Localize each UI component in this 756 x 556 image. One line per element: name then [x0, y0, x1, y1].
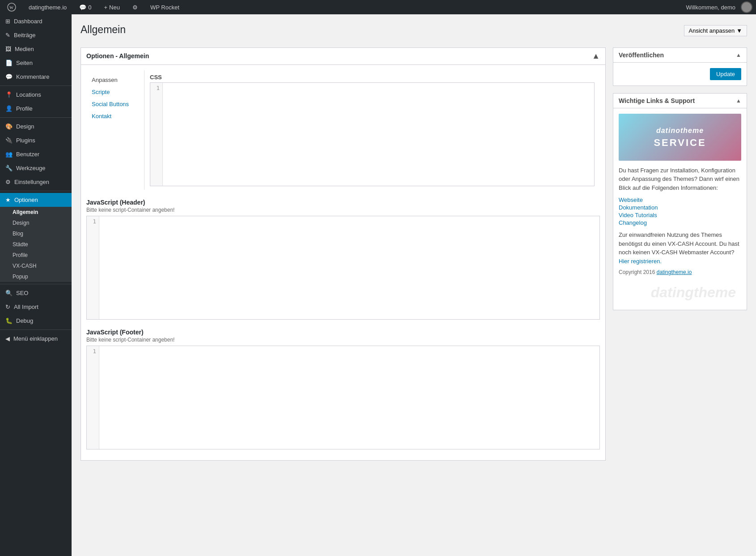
options-nav: Anpassen Scripte Social Buttons Kontakt: [86, 70, 144, 190]
links-header[interactable]: Wichtige Links & Support ▲: [613, 94, 747, 108]
links-support-box: Wichtige Links & Support ▲ datinotheme S…: [613, 93, 747, 311]
adminbar-avatar: [741, 1, 752, 13]
sidebar-item-debug[interactable]: 🐛 Debug: [0, 314, 72, 328]
nav-social-buttons[interactable]: Social Buttons: [86, 98, 144, 110]
sidebar-item-einstellungen[interactable]: ⚙ Einstellungen: [0, 175, 72, 189]
link-webseite[interactable]: Webseite: [619, 197, 741, 203]
adminbar-comments[interactable]: 💬 0: [76, 0, 95, 14]
links-toggle[interactable]: ▲: [736, 98, 741, 104]
update-button[interactable]: Update: [710, 68, 741, 80]
comment-icon: 💬: [5, 73, 13, 80]
link-changelog[interactable]: Changelog: [619, 219, 741, 226]
chevron-up-icon: ▲: [592, 51, 600, 60]
sidebar-item-optionen[interactable]: ★ Optionen: [0, 193, 72, 207]
anpassen-label: Anpassen: [86, 74, 144, 86]
paint-icon: 🎨: [5, 123, 13, 130]
person-icon: 👤: [5, 105, 13, 112]
sidebar-item-locations[interactable]: 📍 Locations: [0, 88, 72, 102]
sidebar-item-benutzer[interactable]: 👥 Benutzer: [0, 147, 72, 161]
optionen-allgemein-box: Optionen - Allgemein ▲ Anpassen Scripte …: [81, 47, 606, 461]
sidebar-item-werkzeuge[interactable]: 🔧 Werkzeuge: [0, 161, 72, 175]
adminbar-wp-rocket[interactable]: WP Rocket: [147, 0, 183, 14]
page-title: Allgemein: [81, 23, 126, 37]
publish-header[interactable]: Veröffentlichen ▲: [613, 48, 747, 63]
js-footer-section: JavaScript (Footer) Bitte keine script-C…: [86, 329, 600, 449]
sidebar-item-dashboard[interactable]: ⊞ Dashboard: [0, 14, 72, 28]
wrench-icon: 🔧: [5, 165, 13, 171]
adminbar-wp-icon[interactable]: ⚙: [129, 0, 141, 14]
publish-box: Veröffentlichen ▲ Update: [613, 47, 747, 86]
js-header-editor[interactable]: 1: [86, 216, 600, 320]
admin-sidebar: ⊞ Dashboard ✎ Beiträge 🖼 Medien 📄 Seiten…: [0, 14, 72, 556]
star-icon: ★: [5, 197, 11, 203]
submenu-allgemein[interactable]: Allgemein: [0, 207, 72, 218]
adminbar-neu[interactable]: + Neu: [101, 0, 123, 14]
link-video-tutorials[interactable]: Video Tutorials: [619, 212, 741, 218]
chevron-down-icon: ▼: [736, 27, 742, 34]
adminbar-welcome: Willkommen, demo: [682, 4, 739, 11]
publish-title: Veröffentlichen: [619, 51, 664, 59]
js-header-section: JavaScript (Header) Bitte keine script-C…: [86, 199, 600, 320]
links-list: Webseite Dokumentation Video Tutorials C…: [619, 197, 741, 226]
css-line-numbers: 1: [150, 83, 163, 186]
svg-text:W: W: [9, 5, 13, 10]
js-header-textarea[interactable]: [99, 216, 599, 319]
submenu-vx-cash[interactable]: VX-CASH: [0, 261, 72, 271]
sidebar-item-design[interactable]: 🎨 Design: [0, 120, 72, 133]
sidebar-item-beitraege[interactable]: ✎ Beiträge: [0, 28, 72, 42]
main-content: Allgemein Ansicht anpassen ▼ Optionen - …: [72, 14, 756, 556]
sidebar-item-collapse[interactable]: ◀ Menü einklappen: [0, 332, 72, 346]
service-banner: datinotheme SERVICE: [619, 114, 741, 161]
ansicht-anpassen-button[interactable]: Ansicht anpassen ▼: [684, 25, 748, 36]
sidebar-item-all-import[interactable]: ↻ All Import: [0, 300, 72, 314]
pin-icon: 📍: [5, 91, 13, 98]
main-col-left: Optionen - Allgemein ▲ Anpassen Scripte …: [81, 47, 606, 468]
adminbar-site-name[interactable]: datingtheme.io: [25, 0, 70, 14]
seo-icon: 🔍: [5, 290, 13, 296]
optionen-allgemein-toggle[interactable]: ▲: [592, 51, 600, 61]
links-copyright: Copyright 2016 datingtheme.io: [619, 269, 741, 275]
link-dokumentation[interactable]: Dokumentation: [619, 204, 741, 211]
publish-body: Update: [613, 63, 747, 86]
link-datingtheme-copyright[interactable]: datingtheme.io: [657, 269, 692, 275]
sidebar-item-medien[interactable]: 🖼 Medien: [0, 42, 72, 56]
puzzle-icon: 🔌: [5, 137, 13, 144]
publish-toggle[interactable]: ▲: [736, 52, 741, 58]
sidebar-item-kommentare[interactable]: 💬 Kommentare: [0, 70, 72, 84]
link-hier-registrieren[interactable]: Hier registrieren.: [619, 258, 662, 265]
settings-icon: ⚙: [5, 179, 11, 185]
js-header-line-numbers: 1: [87, 216, 99, 319]
sidebar-item-plugins[interactable]: 🔌 Plugins: [0, 133, 72, 147]
js-header-title: JavaScript (Header): [86, 199, 600, 206]
css-editor[interactable]: 1: [150, 82, 595, 186]
image-icon: 🖼: [5, 46, 11, 52]
nav-scripte[interactable]: Scripte: [86, 86, 144, 98]
submenu-blog[interactable]: Blog: [0, 228, 72, 239]
sidebar-item-seiten[interactable]: 📄 Seiten: [0, 56, 72, 70]
admin-bar: W datingtheme.io 💬 0 + Neu ⚙ WP Rocket W…: [0, 0, 756, 14]
submenu-popup[interactable]: Popup: [0, 271, 72, 282]
nav-kontakt[interactable]: Kontakt: [86, 110, 144, 122]
watermark: datingtheme: [619, 275, 741, 304]
js-footer-textarea[interactable]: [99, 346, 599, 449]
sidebar-item-profile[interactable]: 👤 Profile: [0, 102, 72, 115]
js-header-desc: Bitte keine script-Container angeben!: [86, 207, 600, 213]
optionen-allgemein-body: Anpassen Scripte Social Buttons Kontakt …: [81, 65, 605, 460]
js-footer-desc: Bitte keine script-Container angeben!: [86, 337, 600, 343]
css-textarea[interactable]: [163, 83, 594, 186]
links-description: Du hast Fragen zur Installation, Konfigu…: [619, 166, 741, 192]
submenu-profile[interactable]: Profile: [0, 250, 72, 261]
js-footer-editor[interactable]: 1: [86, 346, 600, 449]
sidebar-item-seo[interactable]: 🔍 SEO: [0, 286, 72, 300]
collapse-icon: ◀: [5, 335, 10, 342]
js-footer-line-numbers: 1: [87, 346, 99, 449]
links-body: datinotheme SERVICE Du hast Fragen zur I…: [613, 108, 747, 310]
links-vxcash-text: Zur einwandfreien Nutzung des Themes ben…: [619, 231, 741, 265]
adminbar-wp-logo[interactable]: W: [4, 0, 20, 14]
main-col-right: Veröffentlichen ▲ Update Wichtige Links …: [613, 47, 747, 468]
submenu-staedte[interactable]: Städte: [0, 239, 72, 250]
optionen-allgemein-header[interactable]: Optionen - Allgemein ▲: [81, 48, 605, 65]
submenu-design[interactable]: Design: [0, 218, 72, 228]
debug-icon: 🐛: [5, 317, 13, 324]
banner-logo: datinotheme: [654, 126, 706, 135]
